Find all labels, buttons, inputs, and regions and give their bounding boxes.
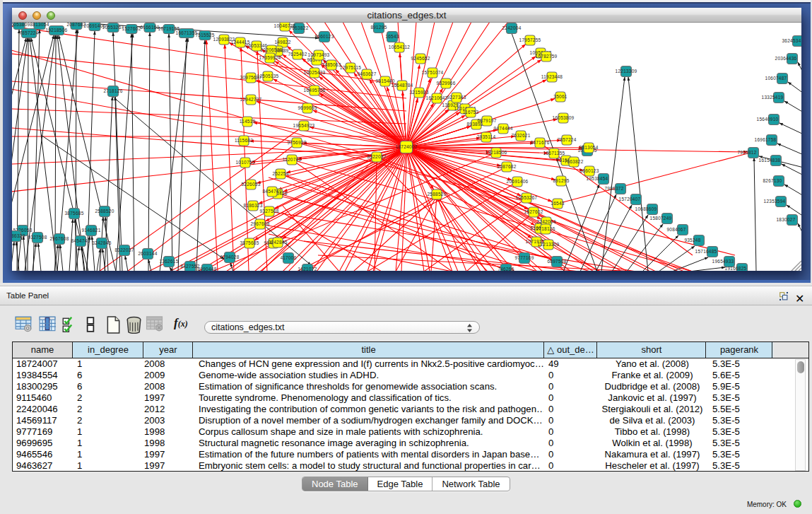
svg-text:20364436: 20364436	[775, 56, 797, 61]
svg-text:3242845: 3242845	[268, 240, 287, 245]
svg-text:16495756: 16495756	[304, 88, 326, 93]
svg-text:35061: 35061	[553, 94, 567, 99]
svg-text:9245652: 9245652	[411, 56, 430, 61]
svg-text:8186323: 8186323	[243, 203, 262, 208]
svg-text:6879197: 6879197	[477, 118, 496, 123]
svg-text:8990448: 8990448	[197, 267, 216, 271]
svg-text:19654933: 19654933	[712, 259, 734, 264]
svg-text:2087682: 2087682	[497, 164, 516, 169]
svg-text:16671355: 16671355	[176, 30, 198, 35]
svg-text:15807249: 15807249	[650, 216, 672, 221]
svg-text:114519: 114519	[240, 119, 256, 124]
svg-text:10553267: 10553267	[516, 195, 538, 200]
svg-text:10025433: 10025433	[304, 70, 326, 75]
svg-text:8454749: 8454749	[262, 189, 281, 194]
svg-text:12213309: 12213309	[616, 69, 637, 74]
svg-text:7515525: 7515525	[195, 33, 214, 37]
svg-text:8813054: 8813054	[579, 145, 598, 150]
svg-text:8186323: 8186323	[12, 233, 25, 238]
svg-text:116753: 116753	[463, 110, 479, 115]
svg-text:12975115: 12975115	[340, 65, 362, 70]
svg-text:1527602: 1527602	[524, 209, 543, 214]
svg-text:19654923: 19654923	[293, 123, 315, 128]
svg-text:1120746: 1120746	[283, 157, 302, 162]
svg-text:16671355: 16671355	[543, 151, 565, 156]
svg-text:9146821: 9146821	[81, 228, 100, 233]
svg-text:12505135: 12505135	[257, 74, 279, 78]
svg-text:16154838: 16154838	[759, 158, 781, 163]
svg-text:6166160: 6166160	[140, 25, 159, 30]
svg-text:12942737: 12942737	[240, 97, 262, 102]
svg-text:15720407: 15720407	[619, 197, 641, 201]
svg-text:1010755: 1010755	[235, 160, 254, 165]
svg-text:8322037: 8322037	[114, 247, 134, 252]
svg-text:10688609: 10688609	[635, 206, 657, 211]
svg-text:7485063: 7485063	[322, 62, 341, 67]
svg-text:3624534: 3624534	[782, 38, 801, 43]
svg-text:9756928: 9756928	[287, 140, 306, 145]
svg-text:1362615: 1362615	[159, 259, 178, 264]
svg-text:2967608: 2967608	[49, 236, 69, 241]
svg-text:9699695: 9699695	[298, 105, 317, 110]
svg-text:6897508: 6897508	[547, 259, 566, 264]
svg-text:19166825: 19166825	[725, 266, 747, 271]
svg-text:9327508: 9327508	[259, 209, 278, 214]
svg-text:9329966: 9329966	[436, 81, 455, 86]
svg-text:8267130: 8267130	[763, 178, 782, 183]
svg-text:16543: 16543	[551, 201, 564, 206]
svg-text:7857224: 7857224	[557, 137, 576, 142]
svg-text:16210643: 16210643	[426, 95, 448, 100]
svg-text:2718126: 2718126	[536, 226, 555, 231]
svg-text:5226053: 5226053	[241, 182, 260, 187]
svg-text:417006: 417006	[280, 255, 296, 260]
svg-text:20691406: 20691406	[507, 179, 529, 184]
svg-text:1621072: 1621072	[298, 267, 317, 271]
svg-text:9777169: 9777169	[514, 255, 534, 260]
svg-text:2718126: 2718126	[103, 88, 122, 93]
svg-text:9474444: 9474444	[493, 126, 512, 131]
svg-text:8660123: 8660123	[579, 168, 599, 173]
svg-text:16961758: 16961758	[755, 137, 777, 142]
svg-text:16053809: 16053809	[12, 23, 30, 27]
svg-text:9327508: 9327508	[28, 235, 47, 240]
svg-text:746266: 746266	[498, 267, 514, 271]
svg-text:15640910: 15640910	[757, 117, 779, 122]
svg-text:2588520: 2588520	[427, 192, 446, 197]
svg-text:149822: 149822	[274, 40, 290, 45]
svg-text:8471676: 8471676	[530, 140, 549, 145]
svg-text:17359924: 17359924	[259, 55, 281, 60]
svg-text:19218506: 19218506	[486, 150, 507, 155]
svg-text:8660123: 8660123	[314, 34, 334, 39]
svg-text:1830027: 1830027	[776, 217, 795, 222]
svg-text:11923448: 11923448	[541, 74, 563, 79]
svg-text:3875685: 3875685	[64, 211, 83, 216]
svg-text:935248: 935248	[684, 238, 700, 243]
svg-text:20206536: 20206536	[261, 47, 283, 52]
svg-text:15751074: 15751074	[422, 70, 444, 75]
svg-text:2935114: 2935114	[477, 134, 496, 139]
svg-text:17957255: 17957255	[519, 37, 541, 42]
svg-text:10607487: 10607487	[765, 76, 787, 81]
svg-text:10973493: 10973493	[308, 52, 330, 57]
svg-text:7632621: 7632621	[511, 133, 530, 138]
svg-text:12213309: 12213309	[538, 242, 560, 247]
svg-text:8454749: 8454749	[71, 238, 90, 243]
svg-text:8322037: 8322037	[367, 154, 386, 159]
svg-text:9227343: 9227343	[447, 95, 466, 100]
svg-text:9084067: 9084067	[666, 227, 686, 232]
svg-text:3875685: 3875685	[240, 240, 259, 245]
svg-text:1527602: 1527602	[122, 26, 141, 31]
svg-text:16782759: 16782759	[536, 54, 558, 59]
svg-text:7663822: 7663822	[564, 159, 583, 164]
svg-text:19538454: 19538454	[587, 176, 608, 181]
svg-text:6794028: 6794028	[220, 255, 239, 259]
svg-text:10654112: 10654112	[389, 45, 411, 49]
svg-text:18724007: 18724007	[396, 144, 418, 149]
svg-text:3242845: 3242845	[92, 240, 111, 245]
svg-text:16053809: 16053809	[553, 115, 575, 120]
svg-text:2967608: 2967608	[250, 221, 269, 226]
svg-text:12353594: 12353594	[764, 199, 786, 204]
svg-text:9463627: 9463627	[357, 71, 376, 76]
svg-text:891295: 891295	[370, 25, 387, 30]
svg-text:2603144: 2603144	[138, 251, 157, 256]
